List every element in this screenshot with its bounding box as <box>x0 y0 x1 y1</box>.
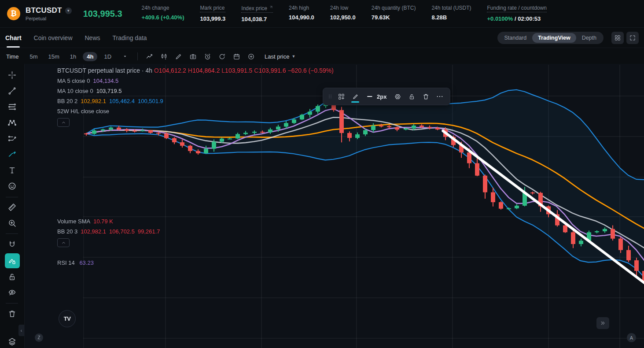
stat-index-price: Index price 104,038.7 <box>241 5 273 22</box>
collapse-volume-button[interactable] <box>57 238 70 247</box>
stat-value: 104,990.0 <box>289 14 314 21</box>
crosshair-icon[interactable] <box>5 67 20 82</box>
interval-1D[interactable]: 1D <box>100 52 115 61</box>
pen-style-icon[interactable] <box>349 90 362 103</box>
mode-depth[interactable]: Depth <box>576 33 602 43</box>
sidebar-divider <box>6 197 18 197</box>
chart-mode-switch: StandardTradingViewDepth <box>497 32 604 44</box>
symbol-name[interactable]: BTCUSDT <box>26 6 62 15</box>
layout-grid-icon[interactable] <box>611 32 624 44</box>
camera-icon[interactable] <box>187 50 199 63</box>
timezone-button[interactable]: Z <box>35 333 43 342</box>
trash-icon[interactable] <box>5 306 20 321</box>
add-circle-icon[interactable] <box>245 50 257 63</box>
line-width-selector[interactable]: 2px <box>363 93 390 100</box>
stat-value-part: / 02:00:53 <box>513 15 541 22</box>
mode-tradingview[interactable]: TradingView <box>532 33 576 43</box>
trendline-tool-icon[interactable] <box>5 83 20 98</box>
tab-coin-overview[interactable]: Coin overview <box>34 28 73 48</box>
stat-value: 79.63K <box>372 14 416 21</box>
symbol-header: ₿ BTCUSDT ▼ Perpetual 103,995.3 24h chan… <box>0 0 644 28</box>
symbol-block: BTCUSDT ▼ Perpetual <box>26 6 72 21</box>
emoji-tool-icon[interactable] <box>5 178 20 193</box>
btc-coin-icon: ₿ <box>7 7 20 20</box>
candlestick-icon[interactable] <box>158 50 170 63</box>
stat-value: 103,999.3 <box>200 15 225 22</box>
sidebar-collapse-handle[interactable]: ‹ <box>18 325 24 336</box>
magnet-icon[interactable] <box>5 237 20 252</box>
more-icon[interactable] <box>433 90 446 103</box>
interval-1h[interactable]: 1h <box>66 52 80 61</box>
sidebar-divider <box>6 233 18 234</box>
stat-24h-quantity-btc: 24h quantity (BTC)79.63K <box>372 5 416 21</box>
lock-all-icon[interactable] <box>5 269 20 284</box>
drawing-lock-icon[interactable] <box>5 253 20 268</box>
active-color-underline <box>351 101 359 103</box>
collapse-indicators-button[interactable] <box>57 118 70 127</box>
chart-canvas[interactable] <box>24 64 644 348</box>
expand-pane-button[interactable] <box>596 317 609 329</box>
stat-label: Index price <box>241 5 273 13</box>
symbol-dropdown-icon[interactable]: ▼ <box>65 7 72 14</box>
last-price: 103,995.3 <box>83 9 122 19</box>
price-mode-select[interactable]: Last price▼ <box>265 53 295 60</box>
stat-label: 24h change <box>142 5 184 11</box>
market-type-label: Perpetual <box>26 16 72 21</box>
stat-value-part: +0.0100% <box>487 15 513 22</box>
tab-chart[interactable]: Chart <box>5 28 22 48</box>
more-intervals-icon[interactable] <box>122 54 128 59</box>
tab-news[interactable]: News <box>85 28 100 48</box>
time-label: Time <box>6 53 18 60</box>
stat-24h-low: 24h low102,950.0 <box>330 5 356 21</box>
drag-handle-icon[interactable] <box>327 92 334 101</box>
delete-icon[interactable] <box>419 90 432 103</box>
market-stats: 24h change+409.6 (+0.40%)Mark price103,9… <box>142 5 547 22</box>
stat-label: 24h quantity (BTC) <box>372 5 416 11</box>
unlock-icon[interactable] <box>405 90 418 103</box>
fib-retracement-icon[interactable] <box>5 99 20 114</box>
drawing-floating-toolbar: 2px <box>323 88 450 105</box>
mode-standard[interactable]: Standard <box>499 33 533 43</box>
draw-icon[interactable] <box>172 50 184 63</box>
drawing-tools-sidebar <box>0 64 25 348</box>
stat-value: 104,038.7 <box>241 16 273 22</box>
brush-tool-icon[interactable] <box>5 147 20 162</box>
interval-15m[interactable]: 15m <box>44 52 63 61</box>
layers-icon[interactable] <box>5 334 20 348</box>
template-icon[interactable] <box>335 90 348 103</box>
stat-funding-rate-countdown: Funding rate / countdown+0.0100% / 02:00… <box>487 5 546 22</box>
interval-5m[interactable]: 5m <box>26 52 41 61</box>
stat-label: Mark price <box>200 5 225 12</box>
stat-label: 24h total (USDT) <box>431 5 471 11</box>
xabcd-pattern-icon[interactable] <box>5 115 20 130</box>
line-width-label: 2px <box>377 93 386 100</box>
line-chart-icon[interactable] <box>143 50 155 63</box>
trading-app: ₿ BTCUSDT ▼ Perpetual 103,995.3 24h chan… <box>0 0 644 348</box>
external-link-icon <box>269 5 273 11</box>
stat-label: Funding rate / countdown <box>487 5 546 12</box>
stat-mark-price: Mark price103,999.3 <box>200 5 225 22</box>
interval-4h[interactable]: 4h <box>83 52 97 61</box>
forecast-tool-icon[interactable] <box>5 131 20 146</box>
alarm-icon[interactable] <box>201 50 213 63</box>
calendar-icon[interactable] <box>230 50 243 63</box>
chevron-down-icon: ▼ <box>291 54 295 59</box>
stat-value: 102,950.0 <box>330 14 356 21</box>
tradingview-logo[interactable]: TV <box>59 310 76 327</box>
tab-trading-data[interactable]: Trading data <box>113 28 147 48</box>
stat-24h-total-usdt: 24h total (USDT)8.28B <box>431 5 471 21</box>
refresh-icon[interactable] <box>216 50 228 63</box>
ruler-icon[interactable] <box>5 200 20 215</box>
zoom-in-icon[interactable] <box>5 215 20 230</box>
text-tool-icon[interactable] <box>5 163 20 178</box>
stat-value: 8.28B <box>431 14 471 21</box>
sidebar-divider <box>6 303 18 304</box>
stat-label: 24h low <box>330 5 356 11</box>
fullscreen-icon[interactable] <box>626 32 639 44</box>
stat-24h-high: 24h high104,990.0 <box>289 5 314 21</box>
color-settings-icon[interactable] <box>391 90 404 103</box>
hide-all-icon[interactable] <box>5 285 20 300</box>
stat-24h-change: 24h change+409.6 (+0.40%) <box>142 5 184 21</box>
auto-scale-button[interactable]: A <box>627 333 636 342</box>
stat-value: +409.6 (+0.40%) <box>142 14 184 21</box>
